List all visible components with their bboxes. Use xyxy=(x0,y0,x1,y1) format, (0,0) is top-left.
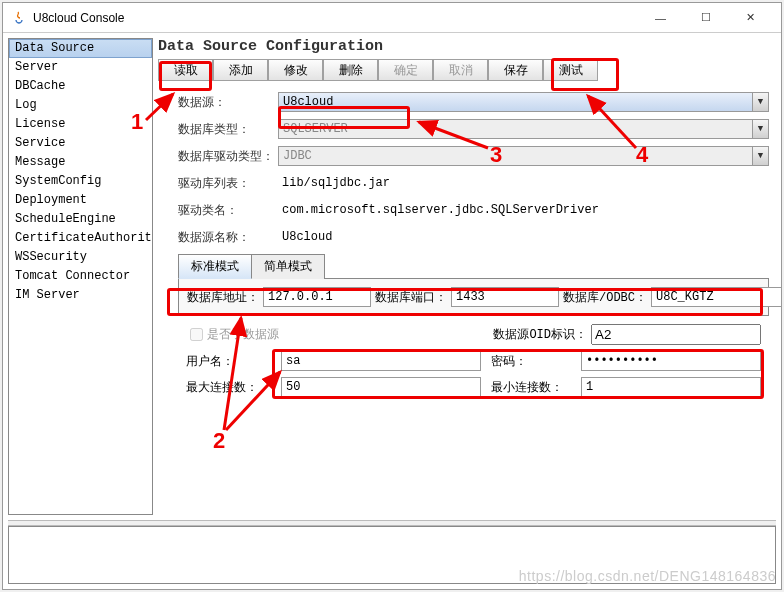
minimize-button[interactable]: — xyxy=(638,4,683,32)
tab-standard[interactable]: 标准模式 xyxy=(178,254,252,279)
odbc-label: 数据库/ODBC： xyxy=(563,289,647,306)
odbc-input[interactable] xyxy=(651,287,781,307)
tab-panel-standard: 数据库地址： 数据库端口： 数据库/ODBC： xyxy=(178,278,769,316)
options-panel: 是否子数据源 数据源OID标识： 用户名： 密码： 最大连接数： xyxy=(178,316,769,397)
max-conn-input[interactable] xyxy=(281,377,481,397)
min-conn-input[interactable] xyxy=(581,377,761,397)
addr-input[interactable] xyxy=(263,287,371,307)
dsname-label: 数据源名称： xyxy=(178,229,278,246)
log-area xyxy=(8,526,776,584)
chevron-down-icon: ▼ xyxy=(752,120,768,138)
sidebar-item-deployment[interactable]: Deployment xyxy=(9,191,152,210)
ok-button[interactable]: 确定 xyxy=(378,59,433,81)
dbtype-label: 数据库类型： xyxy=(178,121,278,138)
driverlib-label: 驱动库列表： xyxy=(178,175,278,192)
test-button[interactable]: 测试 xyxy=(543,59,598,81)
oid-label: 数据源OID标识： xyxy=(493,326,587,343)
sidebar-item-log[interactable]: Log xyxy=(9,96,152,115)
drivertype-label: 数据库驱动类型： xyxy=(178,148,278,165)
sidebar-item-tomcat-connector[interactable]: Tomcat Connector xyxy=(9,267,152,286)
main-panel: Data Source Configuration 读取 添加 修改 删除 确定… xyxy=(153,33,781,520)
sidebar-item-scheduleengine[interactable]: ScheduleEngine xyxy=(9,210,152,229)
addr-label: 数据库地址： xyxy=(187,289,259,306)
datasource-label: 数据源： xyxy=(178,94,278,111)
drivertype-select xyxy=(278,146,769,166)
sidebar-item-message[interactable]: Message xyxy=(9,153,152,172)
sidebar-item-im-server[interactable]: IM Server xyxy=(9,286,152,305)
save-button[interactable]: 保存 xyxy=(488,59,543,81)
content-area: Data Source Server DBCache Log License S… xyxy=(3,33,781,520)
sidebar-item-certificateauthority[interactable]: CertificateAuthority xyxy=(9,229,152,248)
close-button[interactable]: ✕ xyxy=(728,4,773,32)
chevron-down-icon: ▼ xyxy=(752,147,768,165)
add-button[interactable]: 添加 xyxy=(213,59,268,81)
page-title: Data Source Configuration xyxy=(158,38,777,55)
dbtype-select xyxy=(278,119,769,139)
port-input[interactable] xyxy=(451,287,559,307)
user-input[interactable] xyxy=(281,351,481,371)
driverclass-label: 驱动类名： xyxy=(178,202,278,219)
read-button[interactable]: 读取 xyxy=(158,59,213,81)
sidebar-item-server[interactable]: Server xyxy=(9,58,152,77)
driverlib-value: lib/sqljdbc.jar xyxy=(278,175,769,191)
connection-row: 数据库地址： 数据库端口： 数据库/ODBC： xyxy=(187,287,760,307)
sidebar-item-dbcache[interactable]: DBCache xyxy=(9,77,152,96)
window-controls: — ☐ ✕ xyxy=(638,4,773,32)
delete-button[interactable]: 删除 xyxy=(323,59,378,81)
main-window: U8cloud Console — ☐ ✕ Data Source Server… xyxy=(2,2,782,590)
sub-ds-label: 是否子数据源 xyxy=(207,326,279,343)
maximize-button[interactable]: ☐ xyxy=(683,4,728,32)
tab-simple[interactable]: 简单模式 xyxy=(251,254,325,279)
cancel-button[interactable]: 取消 xyxy=(433,59,488,81)
dsname-value: U8cloud xyxy=(278,229,769,245)
max-conn-label: 最大连接数： xyxy=(186,379,281,396)
form: 数据源： ▼ 数据库类型： ▼ 数据库驱动类型： xyxy=(158,91,777,397)
user-label: 用户名： xyxy=(186,353,281,370)
pwd-label: 密码： xyxy=(491,353,581,370)
window-title: U8cloud Console xyxy=(33,11,638,25)
modify-button[interactable]: 修改 xyxy=(268,59,323,81)
oid-input[interactable] xyxy=(591,324,761,345)
mode-tabs: 标准模式 简单模式 xyxy=(178,254,769,279)
min-conn-label: 最小连接数： xyxy=(491,379,581,396)
sidebar-item-wssecurity[interactable]: WSSecurity xyxy=(9,248,152,267)
sidebar: Data Source Server DBCache Log License S… xyxy=(8,38,153,515)
java-icon xyxy=(11,10,27,26)
titlebar: U8cloud Console — ☐ ✕ xyxy=(3,3,781,33)
sidebar-item-license[interactable]: License xyxy=(9,115,152,134)
port-label: 数据库端口： xyxy=(375,289,447,306)
toolbar: 读取 添加 修改 删除 确定 取消 保存 测试 xyxy=(158,59,777,81)
datasource-select[interactable] xyxy=(278,92,769,112)
chevron-down-icon[interactable]: ▼ xyxy=(752,93,768,111)
sub-ds-checkbox xyxy=(190,328,203,341)
sidebar-item-systemconfig[interactable]: SystemConfig xyxy=(9,172,152,191)
driverclass-value: com.microsoft.sqlserver.jdbc.SQLServerDr… xyxy=(278,202,769,218)
sidebar-item-data-source[interactable]: Data Source xyxy=(9,39,152,58)
pwd-input[interactable] xyxy=(581,351,761,371)
sidebar-item-service[interactable]: Service xyxy=(9,134,152,153)
